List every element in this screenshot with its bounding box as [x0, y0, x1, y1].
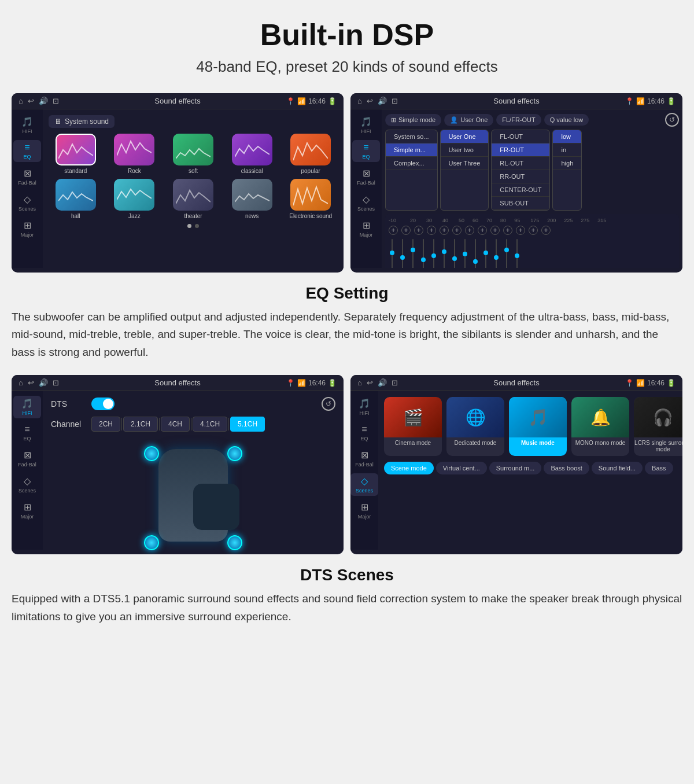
- s3-fad[interactable]: ⊠ Fad-Bal: [13, 447, 41, 470]
- plus-btn-5[interactable]: +: [440, 226, 449, 235]
- window-icon4[interactable]: ⊡: [392, 378, 398, 387]
- slider-3[interactable]: [412, 239, 414, 268]
- plus-btn-7[interactable]: +: [465, 226, 474, 235]
- plus-btn-4[interactable]: +: [427, 226, 436, 235]
- sound-theater[interactable]: theater: [166, 179, 220, 219]
- ch-fl[interactable]: FL-OUT: [492, 130, 549, 143]
- slider-13[interactable]: [516, 239, 518, 268]
- s3-scenes[interactable]: ◇ Scenes: [13, 473, 41, 496]
- mono-card[interactable]: 🔔 MONO mono mode: [571, 397, 629, 456]
- sidebar-major[interactable]: ⊞ Major: [13, 218, 41, 240]
- ch-sub[interactable]: SUB-OUT: [492, 197, 549, 210]
- music-card[interactable]: 🎵 Music mode: [509, 397, 567, 456]
- slider-4[interactable]: [423, 239, 424, 268]
- s4-major[interactable]: ⊞ Major: [350, 499, 378, 522]
- user-two[interactable]: User two: [441, 143, 489, 157]
- plus-btn-3[interactable]: +: [414, 226, 423, 235]
- slider-10[interactable]: [485, 239, 486, 268]
- slider-2[interactable]: [402, 239, 403, 268]
- s2-fad[interactable]: ⊠ Fad-Bal: [352, 165, 380, 188]
- slider-8[interactable]: [464, 239, 466, 268]
- sound-hall[interactable]: hall: [49, 179, 103, 219]
- ch-2ch[interactable]: 2CH: [91, 417, 120, 432]
- sidebar-hifi[interactable]: 🎵 HIFI: [13, 114, 41, 137]
- user-three[interactable]: User Three: [441, 157, 489, 170]
- home-icon4[interactable]: ⌂: [357, 378, 362, 387]
- s3-hifi[interactable]: 🎵 HIFI: [13, 396, 41, 418]
- q-high[interactable]: high: [553, 157, 581, 170]
- slider-1[interactable]: [392, 239, 393, 268]
- back-icon4[interactable]: ↩: [367, 378, 373, 387]
- s4-fad[interactable]: ⊠ Fad-Bal: [350, 447, 378, 470]
- plus-btn-8[interactable]: +: [478, 226, 487, 235]
- sound-soft[interactable]: soft: [166, 134, 220, 174]
- dedicated-card[interactable]: 🌐 Dedicated mode: [446, 397, 504, 456]
- ch-rl[interactable]: RL-OUT: [492, 157, 549, 170]
- s2-scenes[interactable]: ◇ Scenes: [352, 192, 380, 214]
- s4-scenes[interactable]: ◇ Scenes: [350, 473, 378, 496]
- channel-btn[interactable]: FL/FR-OUT: [496, 114, 541, 126]
- volume-icon4[interactable]: 🔊: [378, 378, 387, 387]
- window-icon2[interactable]: ⊡: [392, 97, 398, 105]
- plus-btn-12[interactable]: +: [529, 226, 538, 235]
- tab-bass-boost[interactable]: Bass boost: [544, 462, 589, 474]
- sound-rock[interactable]: Rock: [108, 134, 162, 174]
- slider-12[interactable]: [506, 239, 507, 268]
- sidebar-fad[interactable]: ⊠ Fad-Bal: [13, 165, 41, 188]
- s2-hifi[interactable]: 🎵 HIFI: [352, 114, 380, 137]
- mode-simple[interactable]: Simple m...: [386, 143, 437, 157]
- slider-11[interactable]: [496, 239, 497, 268]
- plus-btn-6[interactable]: +: [452, 226, 462, 235]
- sound-popular[interactable]: popular: [283, 134, 338, 174]
- s2-eq[interactable]: ≡ EQ: [352, 140, 380, 162]
- plus-btn-11[interactable]: +: [516, 226, 525, 235]
- dts-reset-btn[interactable]: ↺: [322, 397, 335, 411]
- tab-surround[interactable]: Surround m...: [489, 462, 542, 474]
- sidebar-scenes[interactable]: ◇ Scenes: [13, 192, 41, 214]
- plus-btn-2[interactable]: +: [401, 226, 411, 235]
- tab-scene-mode[interactable]: Scene mode: [384, 462, 434, 474]
- plus-btn-13[interactable]: +: [541, 226, 551, 235]
- cinema-card[interactable]: 🎬 Cinema mode: [384, 397, 442, 456]
- reset-btn[interactable]: ↺: [665, 113, 679, 127]
- window-icon3[interactable]: ⊡: [53, 378, 59, 387]
- home-icon[interactable]: ⌂: [19, 97, 23, 105]
- dot-2[interactable]: [195, 224, 199, 228]
- sound-news[interactable]: news: [225, 179, 279, 219]
- back-icon[interactable]: ↩: [28, 97, 34, 105]
- ch-4ch[interactable]: 4CH: [161, 417, 190, 432]
- sound-electronic[interactable]: Electronic sound: [283, 179, 338, 219]
- slider-7[interactable]: [454, 239, 455, 268]
- mode-system[interactable]: System so...: [386, 130, 437, 143]
- ch-center[interactable]: CENTER-OUT: [492, 183, 549, 197]
- s3-eq[interactable]: ≡ EQ: [13, 422, 41, 444]
- ch-41ch[interactable]: 4.1CH: [193, 417, 227, 432]
- sound-standard[interactable]: standard: [49, 134, 103, 174]
- user-one-btn[interactable]: 👤 User One: [444, 114, 493, 126]
- window-icon[interactable]: ⊡: [53, 97, 59, 105]
- plus-btn-9[interactable]: +: [490, 226, 500, 235]
- s4-eq[interactable]: ≡ EQ: [350, 422, 378, 444]
- tab-bass[interactable]: Bass: [645, 462, 673, 474]
- plus-btn-1[interactable]: +: [389, 226, 398, 235]
- sidebar-eq[interactable]: ≡ EQ: [13, 140, 41, 162]
- volume-icon2[interactable]: 🔊: [378, 97, 387, 105]
- slider-5[interactable]: [433, 239, 434, 268]
- slider-9[interactable]: [475, 239, 476, 268]
- sound-jazz[interactable]: Jazz: [108, 179, 162, 219]
- q-in[interactable]: in: [553, 143, 581, 157]
- back-icon2[interactable]: ↩: [367, 97, 373, 105]
- volume-icon3[interactable]: 🔊: [39, 378, 48, 387]
- mode-complex[interactable]: Complex...: [386, 157, 437, 170]
- volume-icon[interactable]: 🔊: [39, 97, 48, 105]
- s4-hifi[interactable]: 🎵 HIFI: [350, 396, 378, 418]
- ch-21ch[interactable]: 2.1CH: [123, 417, 158, 432]
- ch-51ch[interactable]: 5.1CH: [230, 417, 265, 432]
- q-low[interactable]: low: [553, 130, 581, 143]
- back-icon3[interactable]: ↩: [28, 378, 34, 387]
- sound-classical[interactable]: classical: [225, 134, 279, 174]
- s2-major[interactable]: ⊞ Major: [352, 218, 380, 240]
- home-icon2[interactable]: ⌂: [357, 97, 362, 105]
- s3-major[interactable]: ⊞ Major: [13, 499, 41, 522]
- user-one[interactable]: User One: [441, 130, 489, 143]
